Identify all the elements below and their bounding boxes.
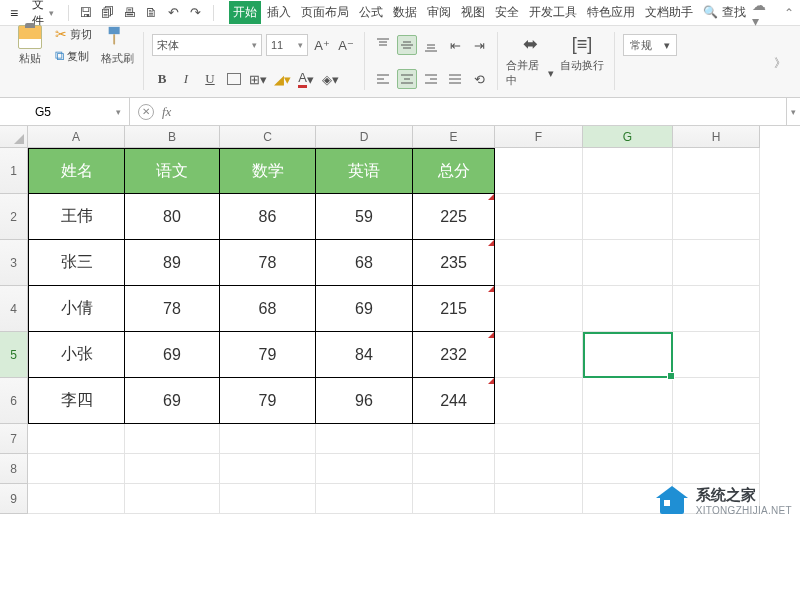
cell[interactable] xyxy=(673,286,760,332)
cell[interactable] xyxy=(495,484,583,514)
cell[interactable]: 小张 xyxy=(28,332,125,378)
cell[interactable]: 69 xyxy=(316,286,413,332)
align-top-button[interactable] xyxy=(373,35,393,55)
cell[interactable] xyxy=(28,424,125,454)
tab-dev[interactable]: 开发工具 xyxy=(525,1,581,24)
row-header[interactable]: 1 xyxy=(0,148,28,194)
cell[interactable] xyxy=(673,378,760,424)
ribbon-overflow[interactable]: 》 xyxy=(774,30,794,97)
cell[interactable] xyxy=(673,240,760,286)
increase-indent-button[interactable]: ⇥ xyxy=(469,35,489,55)
cell[interactable] xyxy=(125,484,220,514)
undo-icon[interactable]: ↶ xyxy=(165,4,183,22)
cell[interactable] xyxy=(495,148,583,194)
font-family-combo[interactable]: 宋体▾ xyxy=(152,34,262,56)
cell[interactable]: 80 xyxy=(125,194,220,240)
cell[interactable] xyxy=(316,424,413,454)
orientation-button[interactable]: ⟲ xyxy=(469,69,489,89)
cell[interactable] xyxy=(413,424,495,454)
cell[interactable] xyxy=(673,424,760,454)
row-header[interactable]: 8 xyxy=(0,454,28,484)
print-preview-icon[interactable]: 🗎 xyxy=(143,4,161,22)
cell[interactable] xyxy=(495,454,583,484)
cell[interactable] xyxy=(495,424,583,454)
table-style-button[interactable]: ⊞▾ xyxy=(248,69,268,89)
name-box-input[interactable] xyxy=(8,105,78,119)
cell[interactable] xyxy=(583,148,673,194)
cell[interactable]: 小倩 xyxy=(28,286,125,332)
fx-icon[interactable]: fx xyxy=(162,104,171,120)
tab-view[interactable]: 视图 xyxy=(457,1,489,24)
paste-button[interactable]: 粘贴 xyxy=(12,16,48,74)
bold-button[interactable]: B xyxy=(152,69,172,89)
cell[interactable] xyxy=(495,240,583,286)
cell[interactable] xyxy=(583,332,673,378)
cell[interactable] xyxy=(583,240,673,286)
cell[interactable] xyxy=(28,454,125,484)
tab-formula[interactable]: 公式 xyxy=(355,1,387,24)
cell[interactable] xyxy=(28,484,125,514)
cell[interactable] xyxy=(316,454,413,484)
cell[interactable]: 张三 xyxy=(28,240,125,286)
cell[interactable]: 235 xyxy=(413,240,495,286)
cell[interactable] xyxy=(220,424,316,454)
font-size-combo[interactable]: 11▾ xyxy=(266,34,308,56)
col-header[interactable]: C xyxy=(220,126,316,148)
cell[interactable]: 69 xyxy=(125,378,220,424)
merge-center-button[interactable]: ⬌ 合并居中▾ xyxy=(506,30,554,88)
cell[interactable]: 86 xyxy=(220,194,316,240)
cancel-formula-icon[interactable]: ✕ xyxy=(138,104,154,120)
cell[interactable] xyxy=(673,454,760,484)
cell[interactable] xyxy=(495,332,583,378)
cell[interactable] xyxy=(583,454,673,484)
cell[interactable]: 78 xyxy=(125,286,220,332)
row-header[interactable]: 5 xyxy=(0,332,28,378)
align-center-button[interactable] xyxy=(397,69,417,89)
cell[interactable] xyxy=(413,454,495,484)
cell[interactable]: 姓名 xyxy=(28,148,125,194)
cell[interactable] xyxy=(583,286,673,332)
tab-safe[interactable]: 安全 xyxy=(491,1,523,24)
cell[interactable] xyxy=(316,484,413,514)
cell[interactable] xyxy=(220,484,316,514)
redo-icon[interactable]: ↷ xyxy=(187,4,205,22)
number-format-combo[interactable]: 常规▾ xyxy=(623,34,677,56)
col-header[interactable]: G xyxy=(583,126,673,148)
cell[interactable] xyxy=(583,378,673,424)
cell[interactable]: 84 xyxy=(316,332,413,378)
formula-bar-toggle[interactable]: ▾ xyxy=(786,98,800,125)
col-header[interactable]: E xyxy=(413,126,495,148)
cell[interactable]: 李四 xyxy=(28,378,125,424)
row-header[interactable]: 2 xyxy=(0,194,28,240)
row-header[interactable]: 3 xyxy=(0,240,28,286)
tab-review[interactable]: 审阅 xyxy=(423,1,455,24)
copy-button[interactable]: ⧉复制 xyxy=(52,45,95,67)
cell[interactable]: 总分 xyxy=(413,148,495,194)
justify-button[interactable] xyxy=(445,69,465,89)
chevron-down-icon[interactable]: ▾ xyxy=(116,107,121,117)
cell[interactable]: 英语 xyxy=(316,148,413,194)
tab-layout[interactable]: 页面布局 xyxy=(297,1,353,24)
col-header[interactable]: F xyxy=(495,126,583,148)
cloud-icon[interactable]: ☁ ▾ xyxy=(752,0,776,29)
cell[interactable]: 96 xyxy=(316,378,413,424)
cell[interactable]: 王伟 xyxy=(28,194,125,240)
tab-start[interactable]: 开始 xyxy=(229,1,261,24)
search-button[interactable]: 🔍 查找 xyxy=(699,1,749,24)
formula-input[interactable] xyxy=(179,105,778,119)
align-bottom-button[interactable] xyxy=(421,35,441,55)
cell[interactable] xyxy=(495,194,583,240)
format-painter-button[interactable]: 格式刷 xyxy=(99,16,135,74)
align-middle-button[interactable] xyxy=(397,35,417,55)
cell[interactable]: 语文 xyxy=(125,148,220,194)
increase-font-button[interactable]: A⁺ xyxy=(312,35,332,55)
collapse-icon[interactable]: ⌃ xyxy=(784,6,794,20)
row-header[interactable]: 6 xyxy=(0,378,28,424)
row-header[interactable]: 9 xyxy=(0,484,28,514)
name-box[interactable]: ▾ xyxy=(0,98,130,125)
cell[interactable] xyxy=(583,194,673,240)
tab-data[interactable]: 数据 xyxy=(389,1,421,24)
align-left-button[interactable] xyxy=(373,69,393,89)
col-header[interactable]: B xyxy=(125,126,220,148)
cell[interactable]: 79 xyxy=(220,332,316,378)
